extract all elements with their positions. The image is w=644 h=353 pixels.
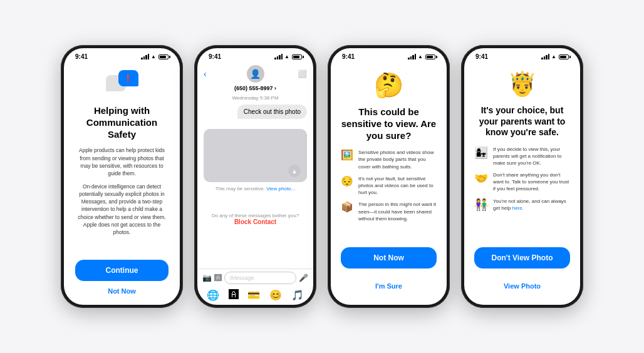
screen1-title: Helping with Communication Safety xyxy=(75,105,169,140)
screen1-body2: On-device intelligence can detect potent… xyxy=(75,183,169,260)
item-emoji-1: 🖼️ xyxy=(341,149,353,161)
sensitive-item-1: 🖼️ Sensitive photos and videos show the … xyxy=(341,149,437,170)
video-call-icon[interactable]: ⬜ xyxy=(298,69,307,78)
screen-1: 9:41 ▲ ❗ xyxy=(64,48,180,305)
dont-view-button[interactable]: Don't View Photo xyxy=(474,247,570,269)
battery-icon-3 xyxy=(425,54,435,59)
phone-3: 9:41 ▲ 🤔 This could be sensitiv xyxy=(328,45,450,308)
contact-number: (650) 555-8997 › xyxy=(197,85,313,93)
contact-avatar: 👤 xyxy=(247,65,264,83)
status-bar-4: 9:41 ▲ xyxy=(464,48,580,63)
wifi-icon-3: ▲ xyxy=(418,54,423,59)
screen3-items: 🖼️ Sensitive photos and videos show the … xyxy=(341,149,437,247)
item-text-3: The person in this might not want it see… xyxy=(358,201,437,222)
emoji-1[interactable]: 🌐 xyxy=(207,289,219,301)
status-icons-4: ▲ xyxy=(541,54,569,59)
wifi-icon-2: ▲ xyxy=(284,54,289,59)
status-time-2: 9:41 xyxy=(209,53,221,60)
audio-icon[interactable]: 🎤 xyxy=(299,274,308,282)
status-bar-3: 9:41 ▲ xyxy=(331,48,447,63)
continue-button[interactable]: Continue xyxy=(75,260,169,281)
screen-2: 9:41 ▲ ‹ 👤 ⬜ xyxy=(197,48,313,305)
signal-icon-1 xyxy=(141,54,149,59)
item-emoji-2: 😔 xyxy=(341,175,353,187)
item-text-1: Sensitive photos and videos show the pri… xyxy=(358,149,437,170)
screen-4: 9:41 ▲ 🤴 It's your choice, but xyxy=(464,48,580,305)
item4-emoji-2: 🤝 xyxy=(474,171,488,185)
sensitive-item-3: 📦 The person in this might not want it s… xyxy=(341,201,437,222)
view-photo-link[interactable]: View photo... xyxy=(266,186,295,192)
status-icons-2: ▲ xyxy=(274,54,302,59)
phone-frame-4: 9:41 ▲ 🤴 It's your choice, but xyxy=(461,45,583,308)
item4-text-1: If you decide to view this, your parents… xyxy=(493,146,570,167)
view-photo-button[interactable]: View Photo xyxy=(474,276,570,296)
item-emoji-3: 📦 xyxy=(341,201,353,213)
apps-icon[interactable]: 🅰 xyxy=(214,274,222,282)
emoji-2[interactable]: 🅰 xyxy=(229,289,239,301)
message-bubble: Check out this photo xyxy=(237,105,307,119)
emoji-4[interactable]: 🎵 xyxy=(291,289,304,301)
screen3-title: This could be sensitive to view. Are you… xyxy=(341,106,437,141)
wifi-icon-4: ▲ xyxy=(551,54,556,59)
signal-icon-4 xyxy=(541,54,549,59)
back-button[interactable]: ‹ xyxy=(204,69,207,79)
battery-icon-1 xyxy=(158,54,169,59)
status-bar-2: 9:41 ▲ xyxy=(197,48,313,63)
screen4-content: 🤴 It's your choice, but your parents wan… xyxy=(464,63,580,305)
status-bar-1: 9:41 ▲ xyxy=(64,48,180,63)
item-text-2: It's not your fault, but sensitive photo… xyxy=(358,175,437,197)
screen-3: 9:41 ▲ 🤔 This could be sensitiv xyxy=(331,48,447,305)
messages-safety-icon: ❗ xyxy=(106,70,138,98)
screen4-title: It's your choice, but your parents want … xyxy=(474,105,570,138)
screen1-content: ❗ Helping with Communication Safety Appl… xyxy=(64,63,180,305)
item4-text-2: Don't share anything you don't want to. … xyxy=(493,171,570,193)
help-link[interactable]: here xyxy=(512,205,522,211)
emoji-3[interactable]: 😊 xyxy=(269,289,282,301)
battery-icon-4 xyxy=(559,54,569,59)
parents-item-2: 🤝 Don't share anything you don't want to… xyxy=(474,171,570,193)
parents-item-1: 👩‍👧 If you decide to view this, your par… xyxy=(474,146,570,167)
thinking-emoji: 🤔 xyxy=(374,71,403,99)
parents-item-3: 👫 You're not alone, and can always get h… xyxy=(474,198,570,212)
image-placeholder: ▲ xyxy=(204,129,307,182)
not-now-button-3[interactable]: Not Now xyxy=(341,247,437,269)
status-icons-3: ▲ xyxy=(408,54,435,59)
messages-nav: ‹ 👤 ⬜ xyxy=(197,63,313,85)
camera-icon[interactable]: 📷 xyxy=(202,274,212,282)
status-time-4: 9:41 xyxy=(475,53,488,60)
block-contact-button[interactable]: Block Contact xyxy=(234,218,276,225)
send-arrow-icon: ▲ xyxy=(288,165,301,177)
wifi-icon-1: ▲ xyxy=(151,54,156,59)
signal-icon-2 xyxy=(274,54,283,59)
status-time-3: 9:41 xyxy=(342,53,355,60)
messages-toolbar: 📷 🅰 iMessage 🎤 xyxy=(197,269,313,287)
signal-icon-3 xyxy=(408,54,416,59)
status-icons-1: ▲ xyxy=(141,54,169,59)
phone-1: 9:41 ▲ ❗ xyxy=(61,45,183,308)
emoji-bar: 🌐 🅰 💳 😊 🎵 xyxy=(197,287,313,305)
emoji-applepay[interactable]: 💳 xyxy=(247,289,260,301)
phone-4: 9:41 ▲ 🤴 It's your choice, but xyxy=(461,45,583,308)
item4-text-3: You're not alone, and can always get hel… xyxy=(493,198,570,212)
screen4-items: 👩‍👧 If you decide to view this, your par… xyxy=(474,146,570,248)
phone-frame-2: 9:41 ▲ ‹ 👤 ⬜ xyxy=(194,45,316,308)
sensitive-item-2: 😔 It's not your fault, but sensitive pho… xyxy=(341,175,437,197)
messages-list: Wednesday 5:38 PM Check out this photo ▲… xyxy=(197,93,313,269)
im-sure-button[interactable]: I'm Sure xyxy=(341,276,437,296)
battery-icon-2 xyxy=(292,54,302,59)
screen3-content: 🤔 This could be sensitive to view. Are y… xyxy=(331,63,447,305)
status-time-1: 9:41 xyxy=(75,53,88,60)
prince-emoji: 🤴 xyxy=(507,70,537,98)
bother-message: Do any of these messages bother you? Blo… xyxy=(204,213,307,228)
imessage-input[interactable]: iMessage xyxy=(224,272,296,284)
phone-frame-1: 9:41 ▲ ❗ xyxy=(61,45,183,308)
not-now-button-1[interactable]: Not Now xyxy=(106,286,137,296)
phone-2: 9:41 ▲ ‹ 👤 ⬜ xyxy=(194,45,316,308)
item4-emoji-1: 👩‍👧 xyxy=(474,146,488,160)
message-date: Wednesday 5:38 PM xyxy=(204,95,307,101)
sensitive-notice: This may be sensitive. View photo... xyxy=(204,186,307,192)
item4-emoji-3: 👫 xyxy=(474,198,488,212)
screen1-body1: Apple products can help protect kids fro… xyxy=(75,146,169,177)
phone-frame-3: 9:41 ▲ 🤔 This could be sensitiv xyxy=(328,45,450,308)
